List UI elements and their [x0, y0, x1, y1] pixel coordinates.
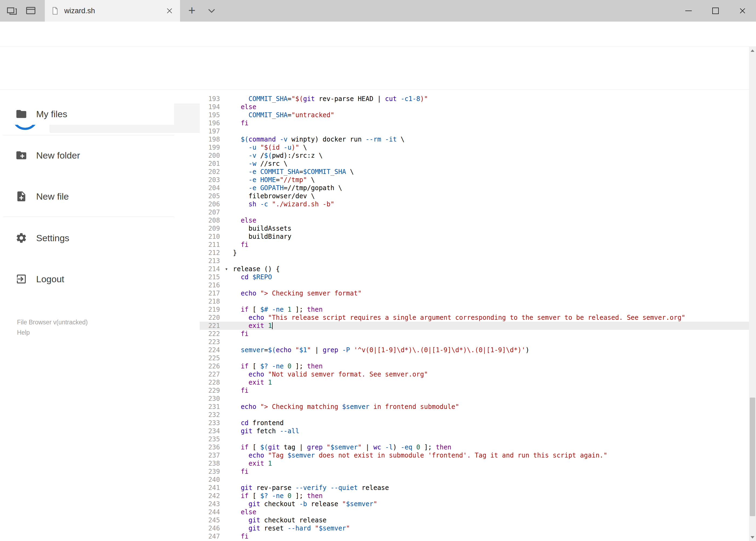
code-line[interactable]: 223: [200, 338, 749, 346]
sidebar-item-logout[interactable]: Logout: [0, 268, 174, 290]
code-line[interactable]: 204 -e GOPATH=//tmp/gopath \: [200, 184, 749, 192]
code-line[interactable]: 245 git checkout release: [200, 516, 749, 524]
code-line[interactable]: 208 else: [200, 216, 749, 225]
code-line[interactable]: 238 exit 1: [200, 459, 749, 467]
code-line[interactable]: 206 sh -c "./wizard.sh -b": [200, 200, 749, 208]
sidebar-item-settings[interactable]: Settings: [0, 227, 174, 249]
code-line[interactable]: 213: [200, 257, 749, 265]
code-line[interactable]: 212}: [200, 249, 749, 257]
code-line[interactable]: 217 echo "> Checking semver format": [200, 289, 749, 297]
line-number: 239: [200, 467, 220, 476]
code-line[interactable]: 229 fi: [200, 386, 749, 395]
code-line[interactable]: 237 echo "Tag $semver does not exist in …: [200, 451, 749, 459]
code-lines: 193 COMMIT_SHA="$(git rev-parse HEAD | c…: [200, 95, 749, 540]
code-line[interactable]: 216: [200, 281, 749, 289]
code-line[interactable]: 224 semver=$(echo "$1" | grep -P '^v(0|[…: [200, 346, 749, 354]
code-line[interactable]: 219 if [ $# -ne 1 ]; then: [200, 305, 749, 313]
code-line[interactable]: 241 git rev-parse --verify --quiet relea…: [200, 484, 749, 492]
code-text: echo "> Checking matching $semver in fro…: [233, 403, 459, 411]
sidebar-item-new-file[interactable]: New file: [0, 186, 174, 207]
sidebar-item-label: New file: [36, 191, 69, 202]
line-number: 197: [200, 127, 220, 135]
fold-gutter: [220, 524, 233, 532]
tab-close-icon[interactable]: [165, 6, 174, 15]
code-line[interactable]: 239 fi: [200, 467, 749, 476]
code-line[interactable]: 231 echo "> Checking matching $semver in…: [200, 403, 749, 411]
code-line[interactable]: 221 exit 1: [200, 322, 749, 330]
code-line[interactable]: 226 if [ $? -ne 0 ]; then: [200, 362, 749, 370]
code-line[interactable]: 214▾release () {: [200, 265, 749, 273]
code-line[interactable]: 246 git reset --hard "$semver": [200, 524, 749, 532]
new-tab-button[interactable]: +: [184, 3, 200, 18]
code-line[interactable]: 233 cd frontend: [200, 419, 749, 427]
code-line[interactable]: 247 fi: [200, 532, 749, 540]
help-link[interactable]: Help: [17, 329, 30, 336]
code-line[interactable]: 234 git fetch --all: [200, 427, 749, 435]
code-line[interactable]: 203 -e HOME="//tmp" \: [200, 176, 749, 184]
code-line[interactable]: 225: [200, 354, 749, 362]
fold-gutter: [220, 152, 233, 160]
sidebar-item-new-folder[interactable]: New folder: [0, 145, 174, 166]
line-number: 223: [200, 338, 220, 346]
close-button[interactable]: [729, 0, 756, 22]
code-line[interactable]: 195 COMMIT_SHA="untracked": [200, 111, 749, 119]
code-line[interactable]: 205 filebrowser/dev \: [200, 192, 749, 200]
code-line[interactable]: 235: [200, 435, 749, 443]
logout-icon: [15, 273, 27, 285]
line-number: 198: [200, 135, 220, 144]
tabs-preview-icon[interactable]: [25, 5, 37, 17]
page-scrollbar[interactable]: [749, 47, 756, 541]
browser-tab[interactable]: wizard.sh: [45, 0, 180, 22]
fold-marker-icon[interactable]: ▾: [220, 265, 233, 273]
code-text: release () {: [233, 265, 280, 273]
code-line[interactable]: 215 cd $REPO: [200, 273, 749, 281]
code-line[interactable]: 242 if [ $? -ne 0 ]; then: [200, 492, 749, 500]
code-line[interactable]: 228 exit 1: [200, 378, 749, 386]
scroll-down-arrow-icon[interactable]: [749, 533, 756, 541]
code-line[interactable]: 220 echo "This release script requires a…: [200, 313, 749, 322]
tab-preview-chevron-icon[interactable]: [206, 5, 217, 17]
code-line[interactable]: 194 else: [200, 103, 749, 111]
code-line[interactable]: 236 if [ $(git tag | grep "$semver" | wc…: [200, 443, 749, 451]
code-line[interactable]: 197: [200, 127, 749, 135]
fold-gutter: [220, 378, 233, 386]
minimize-icon: [685, 11, 692, 11]
minimize-button[interactable]: [675, 0, 702, 22]
code-line[interactable]: 198 $(command -v winpty) docker run --rm…: [200, 135, 749, 144]
code-line[interactable]: 202 -e COMMIT_SHA=$COMMIT_SHA \: [200, 168, 749, 176]
code-line[interactable]: 222 fi: [200, 330, 749, 338]
code-line[interactable]: 210 buildBinary: [200, 233, 749, 241]
line-number: 242: [200, 492, 220, 500]
code-line[interactable]: 232: [200, 411, 749, 419]
line-number: 193: [200, 95, 220, 103]
code-line[interactable]: 193 COMMIT_SHA="$(git rev-parse HEAD | c…: [200, 95, 749, 103]
code-line[interactable]: 199 -u "$(id -u)" \: [200, 144, 749, 152]
code-line[interactable]: 240: [200, 476, 749, 484]
fold-gutter: [220, 362, 233, 370]
fold-gutter: [220, 500, 233, 508]
fold-gutter: [220, 419, 233, 427]
fold-gutter: [220, 160, 233, 168]
line-number: 247: [200, 532, 220, 540]
code-text: git checkout -b release "$semver": [233, 500, 377, 508]
code-line[interactable]: 244 else: [200, 508, 749, 516]
maximize-button[interactable]: [702, 0, 729, 22]
sidebar-item-my-files[interactable]: My files: [0, 103, 174, 125]
code-line[interactable]: 227 echo "Not valid semver format. See s…: [200, 370, 749, 378]
code-line[interactable]: 201 -w //src \: [200, 160, 749, 168]
code-line[interactable]: 196 fi: [200, 119, 749, 127]
fold-gutter: [220, 532, 233, 540]
code-line[interactable]: 211 fi: [200, 241, 749, 249]
code-line[interactable]: 218: [200, 297, 749, 305]
code-editor[interactable]: 193 COMMIT_SHA="$(git rev-parse HEAD | c…: [200, 90, 749, 541]
code-line[interactable]: 207: [200, 208, 749, 216]
code-line[interactable]: 209 buildAssets: [200, 225, 749, 233]
scrollbar-thumb[interactable]: [750, 397, 755, 516]
code-text: cd $REPO: [233, 273, 272, 281]
scroll-up-arrow-icon[interactable]: [749, 47, 756, 54]
code-line[interactable]: 243 git checkout -b release "$semver": [200, 500, 749, 508]
fold-gutter: [220, 467, 233, 476]
set-tabs-aside-icon[interactable]: [6, 5, 18, 17]
code-line[interactable]: 230: [200, 395, 749, 403]
code-line[interactable]: 200 -v /$(pwd):/src:z \: [200, 152, 749, 160]
